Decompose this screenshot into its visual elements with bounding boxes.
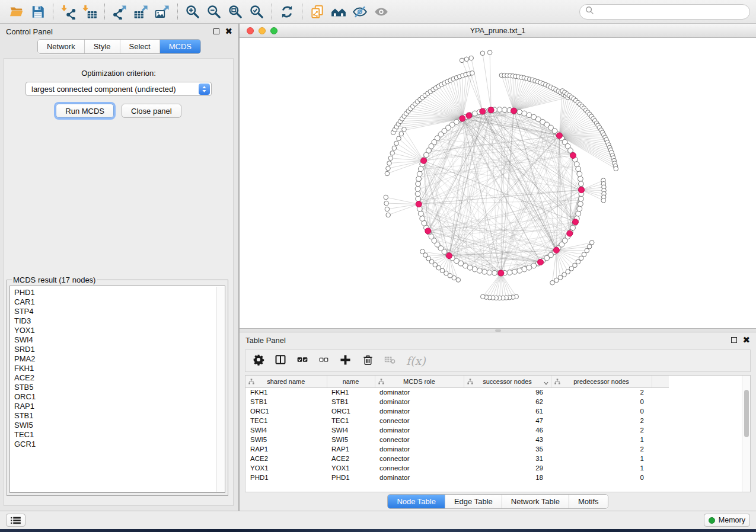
result-list-item[interactable]: ORC1 (14, 392, 225, 402)
cell-name[interactable]: SWI5 (327, 435, 375, 444)
table-row[interactable]: STB1STB1dominator620 (245, 397, 669, 406)
mcds-result-list[interactable]: PHD1CAR1STP4TID3YOX1SWI4SRD1PMA2FKH1ACE2… (9, 286, 225, 493)
table-row[interactable]: ACE2ACE2connector311 (245, 454, 669, 463)
cell-name[interactable]: YOX1 (327, 463, 375, 473)
memory-button[interactable]: Memory (704, 514, 750, 527)
result-list-item[interactable]: SWI5 (14, 421, 225, 430)
tab-node-table[interactable]: Node Table (388, 495, 445, 508)
columns-button[interactable] (275, 354, 286, 368)
table-row[interactable]: TEC1TEC1connector472 (245, 416, 669, 425)
node-table[interactable]: shared namenameMCDS rolesuccessor nodesp… (245, 376, 669, 482)
cell-shared-name[interactable]: STB1 (245, 397, 327, 406)
result-list-item[interactable]: STB5 (14, 383, 225, 392)
result-list-item[interactable]: YOX1 (14, 326, 225, 335)
deselect-all-button[interactable] (318, 354, 329, 367)
network-canvas[interactable] (240, 38, 756, 328)
cell-shared-name[interactable]: ACE2 (245, 454, 327, 463)
splitter-grip[interactable] (495, 329, 501, 332)
cell-MCDS-role[interactable]: connector (375, 416, 464, 425)
cell-shared-name[interactable]: YOX1 (245, 463, 327, 473)
export-image-button[interactable] (152, 3, 173, 21)
cell-predecessor-nodes[interactable]: 1 (551, 435, 652, 444)
gear-button[interactable] (253, 354, 264, 368)
tab-network-table[interactable]: Network Table (502, 495, 569, 508)
cell-predecessor-nodes[interactable]: 2 (551, 387, 652, 397)
run-mcds-button[interactable]: Run MCDS (56, 104, 114, 118)
cell-name[interactable]: STB1 (327, 397, 375, 406)
show-all-button[interactable] (371, 3, 392, 21)
cell-shared-name[interactable]: SWI5 (245, 435, 327, 444)
column-header-name[interactable]: name (327, 376, 375, 387)
cell-predecessor-nodes[interactable]: 0 (551, 406, 652, 416)
cell-successor-nodes[interactable]: 61 (464, 406, 551, 416)
import-table-button[interactable] (79, 3, 100, 21)
close-table-panel-icon[interactable]: ✖ (742, 337, 750, 343)
float-panel-icon[interactable] (213, 28, 219, 34)
tab-style[interactable]: Style (84, 40, 120, 53)
cell-successor-nodes[interactable]: 62 (464, 397, 551, 406)
result-list-item[interactable]: STB1 (14, 411, 225, 421)
zoom-fit-button[interactable] (225, 3, 246, 21)
cell-name[interactable]: TEC1 (327, 416, 375, 425)
table-row[interactable]: SWI5SWI5connector431 (245, 435, 669, 444)
result-list-item[interactable]: TEC1 (14, 430, 225, 440)
cell-shared-name[interactable]: RAP1 (245, 444, 327, 454)
cell-successor-nodes[interactable]: 18 (464, 473, 551, 482)
cell-MCDS-role[interactable]: dominator (375, 406, 464, 416)
result-list-item[interactable]: PMA2 (14, 354, 225, 364)
result-list-item[interactable]: CAR1 (14, 297, 225, 307)
cell-name[interactable]: SWI4 (327, 425, 375, 435)
column-header-predecessor-nodes[interactable]: predecessor nodes (551, 376, 652, 387)
result-list-item[interactable]: TID3 (14, 316, 225, 326)
result-list-item[interactable]: RAP1 (14, 402, 225, 411)
close-panel-icon[interactable]: ✖ (225, 28, 232, 34)
table-row[interactable]: YOX1YOX1connector291 (245, 463, 669, 473)
minimize-window-icon[interactable] (259, 27, 266, 34)
cell-successor-nodes[interactable]: 35 (464, 444, 551, 454)
cell-name[interactable]: ACE2 (327, 454, 375, 463)
table-row[interactable]: SWI4SWI4dominator462 (245, 425, 669, 435)
criterion-select[interactable]: largest connected component (undirected) (25, 82, 212, 96)
float-table-panel-icon[interactable] (731, 337, 737, 343)
cell-shared-name[interactable]: SWI4 (245, 425, 327, 435)
tab-network[interactable]: Network (38, 40, 84, 53)
result-list-item[interactable]: STP4 (14, 307, 225, 316)
refresh-view-button[interactable] (276, 3, 298, 21)
cell-name[interactable]: ORC1 (327, 406, 375, 416)
tab-mcds[interactable]: MCDS (160, 40, 200, 53)
cell-predecessor-nodes[interactable]: 0 (551, 397, 652, 406)
result-list-item[interactable]: GCR1 (14, 440, 225, 449)
table-row[interactable]: RAP1RAP1dominator352 (245, 444, 669, 454)
table-row[interactable]: FKH1FKH1dominator962 (245, 387, 669, 397)
cell-shared-name[interactable]: FKH1 (245, 387, 327, 397)
table-row[interactable]: PHD1PHD1dominator180 (245, 473, 669, 482)
column-header-MCDS-role[interactable]: MCDS role (375, 376, 464, 387)
tab-edge-table[interactable]: Edge Table (445, 495, 502, 508)
tab-select[interactable]: Select (120, 40, 160, 53)
result-list-item[interactable]: PHD1 (14, 288, 225, 297)
cell-successor-nodes[interactable]: 96 (464, 387, 551, 397)
cell-MCDS-role[interactable]: connector (375, 435, 464, 444)
cell-predecessor-nodes[interactable]: 0 (551, 473, 652, 482)
cell-MCDS-role[interactable]: connector (375, 454, 464, 463)
search-input[interactable] (598, 7, 744, 16)
open-session-button[interactable] (6, 3, 27, 21)
save-session-button[interactable] (27, 3, 49, 21)
cell-MCDS-role[interactable]: dominator (375, 387, 464, 397)
close-window-icon[interactable] (247, 27, 254, 34)
cell-successor-nodes[interactable]: 31 (464, 454, 551, 463)
cell-name[interactable]: FKH1 (327, 387, 375, 397)
cell-shared-name[interactable]: PHD1 (245, 473, 327, 482)
result-list-item[interactable]: FKH1 (14, 364, 225, 373)
cell-predecessor-nodes[interactable]: 2 (551, 444, 652, 454)
zoom-selected-button[interactable] (246, 3, 267, 21)
cell-successor-nodes[interactable]: 29 (464, 463, 551, 473)
cell-MCDS-role[interactable]: dominator (375, 444, 464, 454)
hide-selected-button[interactable] (349, 3, 371, 21)
tab-motifs[interactable]: Motifs (569, 495, 608, 508)
cell-predecessor-nodes[interactable]: 1 (551, 454, 652, 463)
sort-menu-icon[interactable] (544, 379, 548, 386)
add-row-button[interactable] (339, 354, 352, 368)
result-list-item[interactable]: SRD1 (14, 345, 225, 354)
table-scrollbar[interactable] (742, 376, 750, 492)
